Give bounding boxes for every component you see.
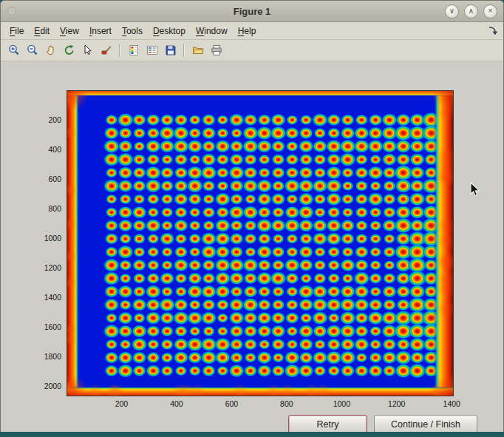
save-button[interactable] [162,42,179,59]
menu-bar-items: FileEditViewInsertToolsDesktopWindowHelp [4,24,261,38]
colorbar-icon [127,44,140,57]
zoom-in-button[interactable] [5,42,22,59]
print-button[interactable] [208,42,225,59]
colorbar-button[interactable] [125,42,142,59]
desktop: Figure 1 ∨∧× FileEditViewInsertToolsDesk… [0,0,504,437]
x-tick-label: 400 [160,399,193,408]
window-controls: ∨∧× [445,4,503,18]
window-menu-icon [7,7,16,16]
x-tick-label: 800 [270,399,303,408]
x-tick-label: 600 [215,399,248,408]
heatmap-image[interactable] [67,90,454,396]
y-tick-label: 1600 [1,322,61,331]
open-folder-icon [191,44,205,57]
rotate-3d-icon [63,44,76,57]
print-icon [210,44,223,57]
menu-item-file[interactable]: File [4,24,29,38]
brush-button[interactable] [98,42,115,59]
menu-item-desktop[interactable]: Desktop [148,24,191,38]
save-icon [164,44,177,57]
rotate-3d-button[interactable] [61,42,78,59]
y-tick-label: 2000 [1,382,61,390]
pan-button[interactable] [42,42,59,59]
maximize-button[interactable]: ∧ [464,4,478,18]
open-folder-button[interactable] [189,42,206,59]
menu-item-tools[interactable]: Tools [117,24,148,38]
y-tick-label: 1200 [1,263,61,272]
x-tick-label: 200 [105,399,137,408]
menu-item-insert[interactable]: Insert [84,24,117,38]
pan-icon [44,44,58,57]
y-tick-label: 200 [1,115,61,124]
menu-item-edit[interactable]: Edit [29,24,55,38]
x-tick-label: 1200 [381,399,413,408]
menu-bar: FileEditViewInsertToolsDesktopWindowHelp [1,22,503,40]
close-button[interactable]: × [483,4,497,18]
dock-figure-icon [488,26,498,35]
menu-item-window[interactable]: Window [191,24,233,38]
zoom-out-icon [26,44,39,57]
mouse-cursor-icon [470,182,481,200]
y-tick-label: 1400 [1,293,61,302]
window-title: Figure 1 [1,6,503,17]
y-tick-label: 800 [1,204,61,213]
zoom-in-icon [7,44,21,57]
brush-icon [100,44,113,57]
toolbar-separator [119,44,120,57]
dock-figure-button[interactable] [488,26,503,35]
figure-client: Retry Continue / Finish 2004006008001000… [1,61,503,432]
legend-button[interactable] [143,42,160,59]
figure-window: Figure 1 ∨∧× FileEditViewInsertToolsDesk… [0,0,504,433]
title-bar[interactable]: Figure 1 ∨∧× [1,1,503,22]
y-tick-label: 1000 [1,234,61,243]
data-cursor-icon [81,44,95,57]
x-tick-label: 1000 [325,399,358,408]
desktop-panel [0,432,504,437]
legend-icon [146,44,159,57]
figure-toolbar [1,40,503,61]
y-tick-label: 1800 [1,352,61,361]
y-tick-label: 600 [1,175,61,183]
zoom-out-button[interactable] [24,42,41,59]
menu-item-view[interactable]: View [55,24,84,38]
retry-button[interactable]: Retry [288,415,367,433]
x-tick-label: 1400 [435,399,468,408]
menu-item-help[interactable]: Help [233,24,262,38]
toolbar-separator [183,44,185,57]
y-tick-label: 400 [1,145,61,154]
continue-finish-button[interactable]: Continue / Finish [374,415,477,433]
data-cursor-button[interactable] [79,42,96,59]
minimize-button[interactable]: ∨ [445,4,459,18]
